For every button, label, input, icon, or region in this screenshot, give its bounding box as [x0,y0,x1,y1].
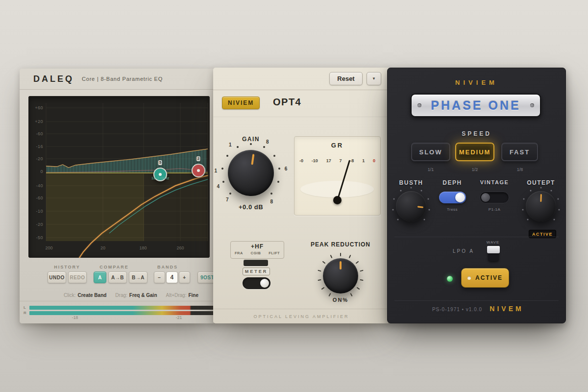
knob-tick-dot [522,209,523,211]
outept-knob[interactable] [526,191,556,221]
hint-item: Alt+Drag:Fine [166,293,199,298]
busth-knob[interactable] [396,191,426,221]
peak-knob-tick [330,255,333,258]
meter-mode-label: METER [243,268,270,275]
deph-toggle[interactable] [439,192,466,203]
meter-toggle-switch[interactable] [243,277,270,289]
knob-tick-dot [551,190,552,192]
hint-key: Alt+Drag: [166,293,187,298]
speed-sub-label: 1/1 [428,167,434,172]
gain-knob-number: 6 [285,166,288,172]
brand-badge: NIVIEM [222,97,260,109]
band-minus-button[interactable]: − [154,271,165,283]
meter-right-label: R [24,311,26,315]
gain-knob-tick-dot [270,193,272,195]
reset-button[interactable]: Reset [329,72,363,85]
deph-label: DEPH [442,179,462,186]
speed-sub-label: 1/2 [472,167,478,172]
hf-option[interactable]: FLIFT [269,251,280,255]
opt-topbar: Reset ▼ [213,68,390,90]
band-freq-label: 18-2.0kHz [151,176,169,180]
meter-tick-label: -21 [176,315,182,320]
deph-sub-label: Tress [447,207,458,212]
gain-knob-tick-dot [221,168,223,170]
vu-scale-label-zero: 0 [373,158,375,163]
speed-medium-button[interactable]: MEDIUM [455,143,494,161]
footer-divider [213,309,390,309]
phaser-plugin-window: NIVIEM PHASE ONE SPEED SLOW MEDIUM FAST … [387,68,566,323]
hf-options: FRA CGIB FLIFT [231,251,284,255]
gain-knob-tick-dot [263,146,265,148]
speed-slow-button[interactable]: SLOW [411,143,450,161]
peak-reduction-knob[interactable] [323,258,358,294]
vu-scale-label: -10 [312,158,318,163]
eq-band-node[interactable]: 518-2.0kHz [153,168,167,181]
hf-mode-box[interactable]: +HF FRA CGIB FLIFT [230,241,284,259]
band-plus-button[interactable]: + [179,271,190,283]
gain-knob[interactable] [228,150,274,196]
toggle-knob [481,193,490,202]
hf-option[interactable]: FRA [235,251,243,255]
model-name: OPT4 [273,97,301,108]
wave-flip-switch[interactable] [487,246,500,261]
knob-tick-dot [540,187,542,189]
knob-tick-dot [523,198,524,200]
power-led [447,276,453,282]
knob-tick-dot [411,187,412,189]
gain-knob-tick-dot [273,155,275,157]
eq-graph-display[interactable]: +60+20-60-16-200-40-60-10-20-50200201802… [28,96,210,258]
lfo-label: LPO A [453,248,474,254]
phaser-brand: NIVIEM [388,79,565,86]
band-number: 2 [196,156,200,161]
peak-knob-pointer [323,258,358,294]
meter-tick-label: -18 [72,315,78,320]
vu-face-reflection [300,181,374,197]
eq-x-axis-label: 200 [45,245,52,250]
knob-tick-dot [530,190,531,192]
eq-y-axis-label: -40 [28,183,43,188]
peak-knob-tick [318,279,321,281]
vu-scale-label: -0 [299,158,303,163]
eq-y-axis-label: -10 [28,209,43,214]
active-button-label: ACTIVE [475,274,503,281]
section-divider [213,117,390,117]
gain-knob-number: 4 [217,183,220,189]
outept-knob-pointer [525,191,557,222]
eq-plugin-subtitle: Core | 8-Band Parametric EQ [82,76,163,82]
eq-curve-canvas [28,96,210,258]
knob-tick-dot [397,219,399,220]
footer-divider [394,300,559,301]
compare-a-button[interactable]: A [94,271,106,283]
copy-a-to-b-button[interactable]: A→B [108,271,127,283]
gain-knob-tick-dot [229,193,231,195]
level-meter-right [29,311,214,315]
active-button-dot [467,276,471,280]
copy-b-to-a-button[interactable]: B→A [129,271,147,283]
node-center-dot [197,169,200,172]
meter-left-label: L [24,305,26,310]
peak-knob-tick [322,261,326,264]
hf-option[interactable]: CGIB [251,251,261,255]
preset-dropdown-button[interactable]: ▼ [367,72,381,85]
switch-cap [487,246,500,253]
opt-plugin-window: Reset ▼ NIVIEM OPT4 GAIN +0.0 dB GR -0 -… [213,68,390,323]
undo-button[interactable]: UNDO [48,271,66,283]
phaser-title-plate[interactable]: PHASE ONE [411,94,541,117]
speed-fast-button[interactable]: FAST [501,143,538,161]
outept-label: OUTEPT [527,179,555,186]
redo-button[interactable]: REDO [68,271,87,283]
eq-x-axis-label: 260 [176,245,184,250]
active-button[interactable]: ACTIVE [461,268,509,288]
vu-scale: -0 -10 17 7 -8 1 0 [299,158,375,163]
eq-plugin-title: DALEQ [33,74,74,84]
vu-scale-label: 17 [326,158,331,163]
eq-header: DALEQ Core | 8-Band Parametric EQ [20,69,216,90]
hint-value: Create Band [77,293,106,298]
eq-band-node[interactable]: 2 [192,164,205,177]
compare-group-label: COMPARE [99,265,128,270]
vintage-toggle[interactable] [480,192,509,203]
knob-tick-dot [429,209,430,211]
knob-tick-dot [527,219,529,220]
knob-tick-dot [428,198,429,200]
vintage-label: VINTAGE [480,179,509,185]
